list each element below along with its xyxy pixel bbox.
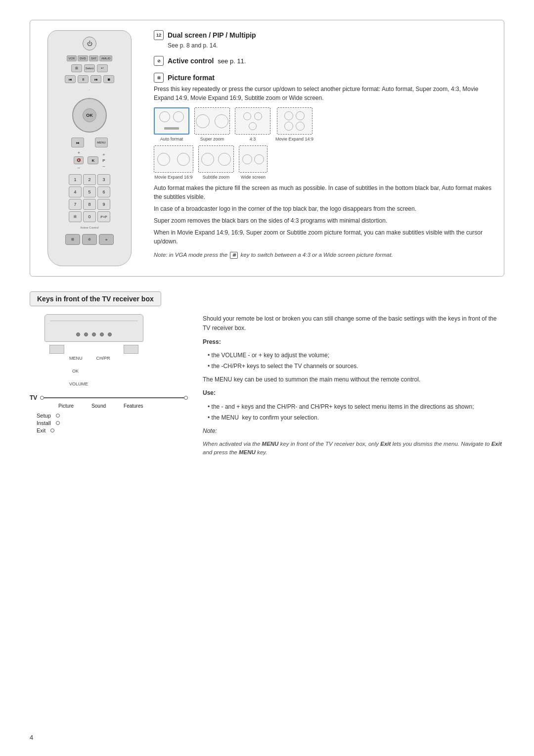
- nav-circle[interactable]: OK: [72, 98, 107, 133]
- picture-item: Picture: [58, 403, 74, 409]
- dual-screen-section: 12 Dual screen / PIP / Multipip See p. 8…: [154, 30, 494, 49]
- num-4[interactable]: 4: [69, 187, 82, 197]
- picture-format-header: ⊞ Picture format: [154, 73, 494, 83]
- menu-btn[interactable]: MENU: [95, 138, 108, 147]
- slider-diagram: TV Picture Sound Features Setup: [30, 394, 188, 433]
- ch-minus[interactable]: –: [102, 164, 105, 169]
- super-zoom-label: Super zoom: [200, 137, 224, 142]
- icon-btn-2[interactable]: ↩: [97, 64, 108, 72]
- dual-screen-header: 12 Dual screen / PIP / Multipip: [154, 30, 494, 40]
- super-zoom-thumb: Super zoom: [194, 107, 230, 142]
- select-btn[interactable]: Select: [84, 64, 95, 72]
- num-3[interactable]: 3: [97, 174, 110, 185]
- exit-label: Exit: [37, 427, 45, 433]
- dot-indicator: ·: [89, 87, 90, 92]
- num-5[interactable]: 5: [83, 187, 96, 197]
- ok-mid-btn[interactable]: K: [88, 156, 98, 164]
- vcr-row: VCR DVD SAT AML/D: [67, 55, 113, 61]
- top-section: ⏻ VCR DVD SAT AML/D ⊞ Select ↩: [30, 20, 504, 277]
- dual-screen-title: Dual screen / PIP / Multipip: [168, 31, 256, 39]
- format-inline-icon: ⊞: [230, 252, 238, 259]
- bottom-section: Keys in front of the TV receiver box: [30, 291, 504, 461]
- bottom-content: MENU CH/PR OK VOLUME TV: [30, 314, 504, 461]
- ok-button[interactable]: OK: [83, 108, 96, 122]
- skip-btn[interactable]: ⏭: [71, 138, 84, 147]
- vol-plus[interactable]: +: [78, 150, 80, 155]
- tv-slider-row: TV: [30, 394, 188, 401]
- num-7[interactable]: 7: [69, 199, 82, 210]
- remote-control: ⏻ VCR DVD SAT AML/D ⊞ Select ↩: [47, 30, 132, 266]
- icon-btn-1[interactable]: ⊞: [71, 64, 82, 72]
- picture-format-icon: ⊞: [154, 73, 164, 83]
- num-0[interactable]: 0: [83, 211, 96, 222]
- num-2[interactable]: 2: [83, 174, 96, 185]
- power-button[interactable]: ⏻: [83, 37, 96, 50]
- movie-expand-16-circles: [157, 153, 190, 166]
- page-number: 4: [30, 734, 33, 741]
- use-label: Use:: [203, 388, 504, 398]
- picture-format-note: Note: in VGA mode press the ⊞ key to swi…: [154, 251, 494, 259]
- 4by3-thumb: 4:3: [235, 107, 270, 142]
- press-item-1: the VOLUME - or + key to adjust the volu…: [208, 351, 504, 360]
- desc4: When in Movie Expand 14:9, 16:9, Super z…: [154, 228, 494, 246]
- tv-receiver-box: [30, 314, 158, 354]
- box-base-left: [49, 345, 64, 354]
- movie-expand-14-content: [284, 111, 305, 131]
- num-1[interactable]: 1: [69, 174, 82, 185]
- num-9[interactable]: 9: [97, 199, 110, 210]
- setup-label: Setup: [37, 413, 51, 419]
- active-control-icon: ⊘: [154, 56, 164, 66]
- tv-box-body: [44, 314, 143, 342]
- num-8[interactable]: 8: [83, 199, 96, 210]
- sat-btn[interactable]: SAT: [89, 55, 98, 61]
- wide-screen-thumb: Wide screen: [239, 145, 267, 180]
- box-label-ok: OK: [72, 369, 188, 374]
- mute-btn[interactable]: 🔇: [74, 156, 84, 164]
- box-label-row1: MENU CH/PR: [69, 356, 188, 361]
- num-txt[interactable]: ⊞: [69, 211, 82, 222]
- dual-screen-icon: 12: [154, 30, 164, 40]
- movie-expand-14-thumb: Movie Expand 14:9: [275, 107, 313, 142]
- info-panel: 12 Dual screen / PIP / Multipip See p. 8…: [154, 30, 494, 266]
- knob-1: [76, 332, 80, 336]
- bottom-btn-3[interactable]: ≡: [99, 234, 114, 245]
- volume-control: + 🔇 –: [74, 150, 84, 170]
- picture-format-desc: Press this key repeatedly or press the c…: [154, 85, 494, 102]
- bottom-btn-1[interactable]: ⊞: [65, 234, 80, 245]
- tv-node-end: [184, 396, 188, 400]
- press-list: the VOLUME - or + key to adjust the volu…: [203, 351, 504, 371]
- num-pip[interactable]: P+P: [97, 211, 110, 222]
- knob-3: [92, 332, 96, 336]
- dvd-btn[interactable]: DVD: [78, 55, 88, 61]
- aml-btn[interactable]: AML/D: [99, 55, 112, 61]
- vol-minus[interactable]: –: [78, 165, 80, 170]
- media-row: ⏮ ⏸ ⏭ ⏹: [65, 75, 114, 83]
- media-btn-2[interactable]: ⏸: [78, 75, 89, 83]
- menu-label: MENU: [69, 356, 83, 361]
- exit-node: Exit: [37, 427, 188, 433]
- knob-4: [100, 332, 104, 336]
- active-control-see: see p. 11.: [218, 57, 246, 65]
- auto-format-label: Auto format: [160, 137, 183, 142]
- bottom-btn-2[interactable]: ⊘: [82, 234, 97, 245]
- features-item: Features: [124, 403, 143, 409]
- icon-row-1: ⊞ Select ↩: [71, 64, 108, 72]
- knob-2: [84, 332, 88, 336]
- tv-node: [40, 396, 44, 400]
- media-btn-3[interactable]: ⏭: [90, 75, 101, 83]
- setup-node: Setup: [37, 413, 188, 419]
- vcr-btn[interactable]: VCR: [67, 55, 77, 61]
- source-row: VCR DVD SAT AML/D: [67, 55, 113, 61]
- format-thumbs-row1: Auto format Super zoom: [154, 107, 494, 142]
- picture-format-title: Picture format: [168, 74, 215, 82]
- media-btn-4[interactable]: ⏹: [103, 75, 114, 83]
- subtitle-zoom-label: Subtitle zoom: [203, 175, 230, 180]
- ch-plus[interactable]: +: [102, 152, 105, 157]
- num-6[interactable]: 6: [97, 187, 110, 197]
- setup-circle: [56, 414, 60, 418]
- active-control-header: ⊘ Active control see p. 11.: [154, 56, 494, 66]
- tv-label: TV: [30, 394, 37, 401]
- channel-control: + P –: [102, 152, 105, 169]
- media-btn-1[interactable]: ⏮: [65, 75, 76, 83]
- use-item-1: the - and + keys and the CH/PR- and CH/P…: [208, 402, 504, 412]
